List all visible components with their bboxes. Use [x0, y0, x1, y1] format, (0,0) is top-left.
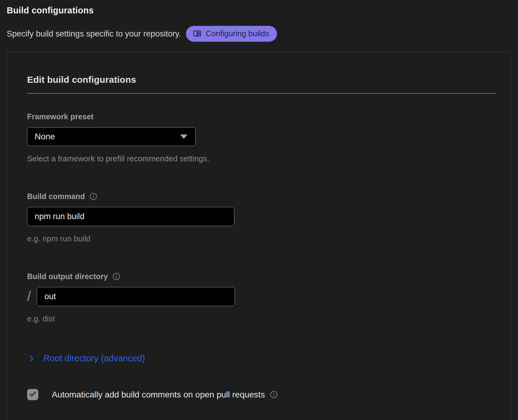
docs-badge-label: Configuring builds [206, 29, 269, 38]
build-comments-checkbox-row[interactable]: Automatically add build comments on open… [27, 389, 496, 400]
page-subtitle: Specify build settings specific to your … [7, 29, 181, 39]
info-icon[interactable] [112, 272, 121, 281]
chevron-down-icon [180, 135, 187, 139]
build-output-directory-field: Build output directory / e.g. dist [27, 272, 496, 324]
configuring-builds-docs-button[interactable]: Configuring builds [186, 26, 277, 42]
page-title: Build configurations [7, 5, 511, 16]
info-icon[interactable] [89, 192, 97, 201]
build-command-input[interactable] [27, 207, 234, 226]
framework-preset-label: Framework preset [27, 112, 94, 121]
root-directory-advanced-toggle[interactable]: Root directory (advanced) [27, 353, 145, 363]
subtitle-row: Specify build settings specific to your … [7, 26, 511, 42]
checkmark-icon [29, 390, 37, 399]
build-output-directory-label: Build output directory [27, 272, 108, 281]
heading-divider [27, 93, 496, 93]
build-configurations-page: Build configurations Specify build setti… [0, 0, 518, 420]
framework-preset-selected-value: None [35, 132, 55, 142]
framework-preset-field: Framework preset None Select a framework… [27, 112, 496, 163]
path-prefix: / [27, 289, 37, 303]
build-command-help: e.g. npm run build [27, 234, 496, 243]
framework-preset-help: Select a framework to prefill recommende… [27, 154, 496, 163]
build-comments-checkbox[interactable] [27, 389, 38, 400]
framework-preset-select[interactable]: None [27, 127, 196, 146]
build-command-field: Build command e.g. npm run build [27, 192, 496, 243]
build-command-label: Build command [27, 192, 85, 201]
info-icon[interactable] [270, 390, 278, 399]
chevron-right-icon [27, 354, 36, 363]
open-book-icon [193, 29, 202, 38]
card-heading: Edit build configurations [27, 75, 496, 85]
build-comments-checkbox-label: Automatically add build comments on open… [52, 390, 265, 400]
edit-build-configurations-card: Edit build configurations Framework pres… [7, 52, 511, 420]
root-directory-advanced-link[interactable]: Root directory (advanced) [44, 353, 145, 363]
build-output-directory-input[interactable] [37, 287, 235, 306]
build-output-directory-help: e.g. dist [27, 314, 496, 324]
